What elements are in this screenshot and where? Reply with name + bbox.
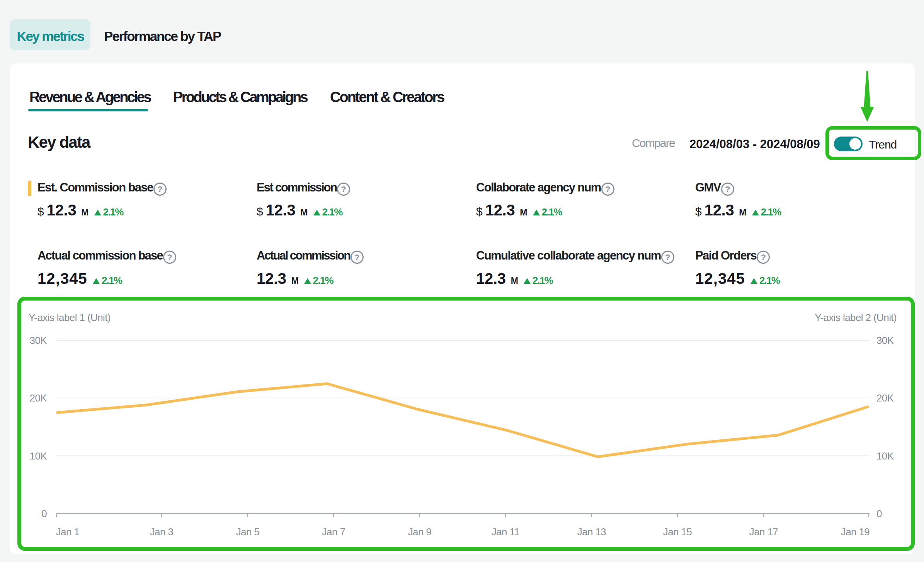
svg-text:Jan 17: Jan 17 <box>749 526 778 538</box>
svg-text:Jan 15: Jan 15 <box>663 526 692 538</box>
svg-text:30K: 30K <box>876 335 894 346</box>
svg-text:Jan 1: Jan 1 <box>56 526 80 538</box>
svg-text:20K: 20K <box>30 392 48 404</box>
svg-text:30K: 30K <box>30 335 48 346</box>
svg-text:0: 0 <box>876 508 882 519</box>
svg-text:10K: 10K <box>30 450 48 462</box>
svg-text:Y-axis label 1 (Unit): Y-axis label 1 (Unit) <box>29 312 111 323</box>
svg-text:0: 0 <box>41 508 47 519</box>
svg-text:Jan 3: Jan 3 <box>150 526 174 538</box>
svg-text:20K: 20K <box>876 392 894 404</box>
svg-text:Jan 13: Jan 13 <box>577 526 606 538</box>
svg-text:Jan 5: Jan 5 <box>236 526 260 538</box>
svg-text:Jan 11: Jan 11 <box>492 526 520 538</box>
svg-text:Jan 7: Jan 7 <box>322 526 345 538</box>
svg-text:10K: 10K <box>876 450 894 462</box>
svg-text:Jan 19: Jan 19 <box>841 526 870 538</box>
svg-text:Y-axis label 2 (Unit): Y-axis label 2 (Unit) <box>815 312 897 323</box>
svg-text:Jan 9: Jan 9 <box>408 526 432 538</box>
